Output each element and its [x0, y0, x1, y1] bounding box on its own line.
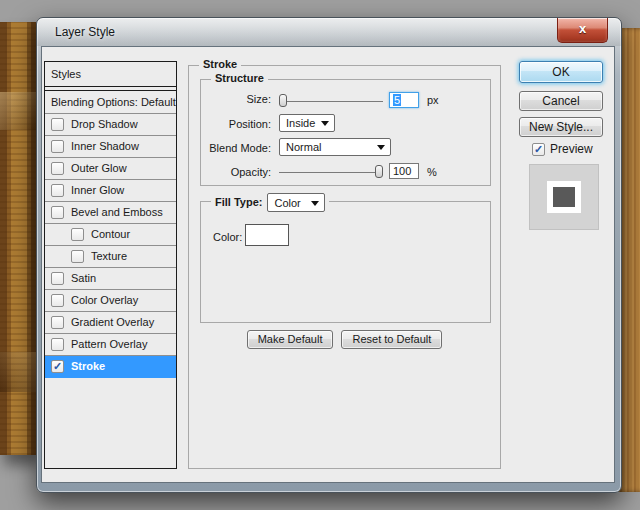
- fill-type-dropdown[interactable]: Color: [267, 193, 325, 212]
- styles-header: Styles: [45, 62, 176, 87]
- layer-preview-thumbnail: [529, 164, 599, 230]
- sidebar-item-label: Color Overlay: [71, 290, 138, 311]
- sidebar-item-color-overlay[interactable]: Color Overlay: [45, 290, 176, 312]
- blend-mode-label: Blend Mode:: [203, 142, 271, 154]
- checkbox[interactable]: [71, 228, 84, 241]
- sidebar-item-stroke[interactable]: ✓ Stroke: [45, 356, 176, 378]
- sidebar-item-label: Inner Shadow: [71, 136, 139, 157]
- fill-type-legend: Fill Type: Color: [211, 192, 329, 212]
- sidebar-item-label: Drop Shadow: [71, 114, 138, 135]
- opacity-slider-track[interactable]: [279, 172, 383, 173]
- sidebar-item-drop-shadow[interactable]: Drop Shadow: [45, 114, 176, 136]
- checkbox[interactable]: [51, 118, 64, 131]
- position-label: Position:: [203, 118, 271, 130]
- sidebar-item-label: Stroke: [71, 356, 105, 377]
- sidebar-item-label: Contour: [91, 224, 130, 245]
- screen: Layer Style x Styles Blending Options: D…: [0, 0, 640, 510]
- sidebar-item-label: Outer Glow: [71, 158, 127, 179]
- chevron-down-icon: [377, 145, 385, 150]
- stroke-panel: Stroke Structure Size: 5 px Position:: [188, 65, 501, 469]
- sidebar-item-label: Inner Glow: [71, 180, 124, 201]
- reset-to-default-button[interactable]: Reset to Default: [341, 330, 442, 349]
- sidebar-item-label: Texture: [91, 246, 127, 267]
- checkbox[interactable]: [51, 184, 64, 197]
- color-label: Color:: [213, 226, 242, 248]
- size-slider-thumb[interactable]: [279, 94, 287, 107]
- sidebar-item-label: Gradient Overlay: [71, 312, 154, 333]
- sidebar-item-blending-options[interactable]: Blending Options: Default: [45, 91, 176, 114]
- color-swatch[interactable]: [245, 224, 289, 246]
- blend-mode-value: Normal: [286, 141, 321, 153]
- preview-fill-swatch: [553, 187, 575, 207]
- title-bar[interactable]: Layer Style: [37, 18, 621, 46]
- size-unit: px: [427, 94, 439, 106]
- sidebar-item-pattern-overlay[interactable]: Pattern Overlay: [45, 334, 176, 356]
- sidebar-item-inner-shadow[interactable]: Inner Shadow: [45, 136, 176, 158]
- new-style-button[interactable]: New Style...: [519, 117, 603, 137]
- position-dropdown[interactable]: Inside: [279, 114, 335, 132]
- dialog-body: Styles Blending Options: Default Drop Sh…: [41, 46, 615, 483]
- sidebar-item-satin[interactable]: Satin: [45, 268, 176, 290]
- cancel-button[interactable]: Cancel: [519, 91, 603, 111]
- checkbox[interactable]: [51, 162, 64, 175]
- defaults-row: Make Default Reset to Default: [189, 330, 500, 349]
- structure-group-title: Structure: [211, 72, 268, 84]
- opacity-value: 100: [393, 165, 411, 177]
- stroke-panel-title: Stroke: [199, 58, 241, 70]
- make-default-button[interactable]: Make Default: [247, 330, 334, 349]
- sidebar-item-inner-glow[interactable]: Inner Glow: [45, 180, 176, 202]
- position-value: Inside: [286, 117, 315, 129]
- checkbox[interactable]: [71, 250, 84, 263]
- chevron-down-icon: [321, 121, 329, 126]
- sidebar-item-texture[interactable]: Texture: [45, 246, 176, 268]
- size-value: 5: [393, 94, 401, 106]
- layer-style-dialog: Layer Style x Styles Blending Options: D…: [36, 17, 622, 493]
- opacity-input[interactable]: 100: [389, 163, 419, 179]
- opacity-unit: %: [427, 166, 437, 178]
- preview-stroke-swatch: [547, 181, 581, 213]
- fill-type-value: Color: [274, 197, 300, 209]
- dialog-title: Layer Style: [55, 25, 115, 39]
- size-slider-track[interactable]: [279, 101, 383, 102]
- checkbox[interactable]: [51, 338, 64, 351]
- styles-sidebar: Styles Blending Options: Default Drop Sh…: [44, 61, 177, 469]
- canvas-image-wood-frame-left: [0, 22, 36, 455]
- opacity-slider[interactable]: [279, 164, 383, 180]
- sidebar-item-bevel-and-emboss[interactable]: Bevel and Emboss: [45, 202, 176, 224]
- structure-group: Structure Size: 5 px Position: Inside: [200, 79, 491, 186]
- preview-checkbox-row[interactable]: ✓ Preview: [532, 142, 593, 156]
- blend-mode-dropdown[interactable]: Normal: [279, 138, 391, 156]
- checkmark-icon: ✓: [534, 144, 543, 154]
- opacity-slider-thumb[interactable]: [375, 165, 383, 178]
- fill-type-group: Fill Type: Color Color:: [200, 201, 491, 323]
- sidebar-item-label: Pattern Overlay: [71, 334, 147, 355]
- size-label: Size:: [203, 93, 271, 105]
- close-button[interactable]: x: [557, 18, 608, 43]
- sidebar-item-label: Satin: [71, 268, 96, 289]
- sidebar-item-contour[interactable]: Contour: [45, 224, 176, 246]
- size-slider[interactable]: [279, 93, 383, 109]
- checkbox[interactable]: [51, 140, 64, 153]
- preview-label: Preview: [550, 142, 593, 156]
- sidebar-item-outer-glow[interactable]: Outer Glow: [45, 158, 176, 180]
- checkmark-icon: ✓: [53, 361, 62, 371]
- sidebar-item-gradient-overlay[interactable]: Gradient Overlay: [45, 312, 176, 334]
- ok-button[interactable]: OK: [519, 61, 603, 83]
- checkbox[interactable]: [51, 272, 64, 285]
- chevron-down-icon: [311, 201, 319, 206]
- preview-checkbox[interactable]: ✓: [532, 143, 545, 156]
- sidebar-item-label: Bevel and Emboss: [71, 202, 163, 223]
- fill-type-label: Fill Type:: [215, 196, 262, 208]
- checkbox-checked[interactable]: ✓: [51, 360, 64, 373]
- close-icon: x: [579, 21, 586, 36]
- checkbox[interactable]: [51, 316, 64, 329]
- checkbox[interactable]: [51, 206, 64, 219]
- size-input[interactable]: 5: [389, 92, 419, 108]
- checkbox[interactable]: [51, 294, 64, 307]
- opacity-label: Opacity:: [203, 166, 271, 178]
